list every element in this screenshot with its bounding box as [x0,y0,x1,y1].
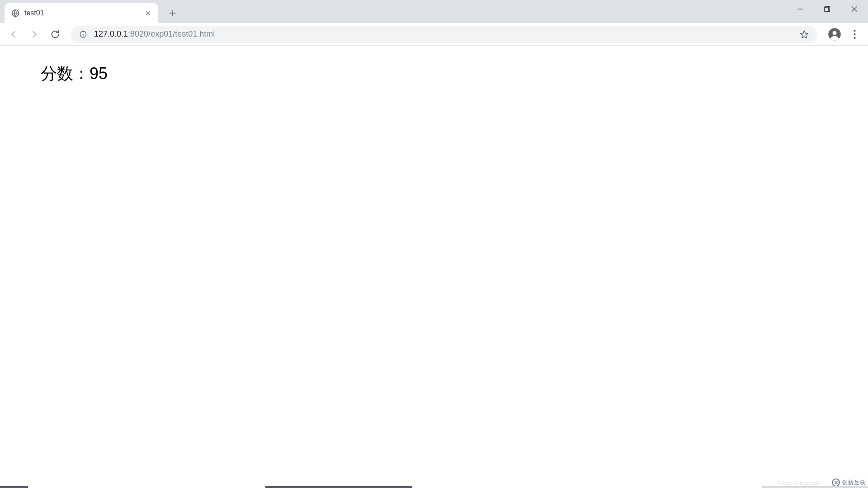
window-minimize-button[interactable] [787,0,814,18]
svg-point-10 [833,31,837,35]
watermark-brand: ✕ 创新互联 [832,479,865,487]
window-close-button[interactable] [841,0,868,18]
site-info-icon[interactable] [79,30,88,39]
browser-tab[interactable]: test01 [5,3,158,23]
score-value: 95 [90,64,108,83]
globe-icon [11,9,20,18]
address-bar[interactable]: 127.0.0.1:8020/exp01/test01.html [71,26,817,43]
tab-title: test01 [24,9,139,17]
window-controls [787,0,868,18]
svg-point-13 [854,37,855,38]
watermark-logo-icon: ✕ [832,479,840,487]
svg-rect-4 [825,7,829,11]
watermark-link: https://blog.csdn [778,479,823,486]
svg-point-12 [854,33,855,35]
url-host: 127.0.0.1 [94,29,128,38]
bookmark-star-icon[interactable] [799,29,809,39]
profile-avatar-icon[interactable] [826,26,843,42]
url-text: 127.0.0.1:8020/exp01/test01.html [94,29,793,39]
bottom-accent-bar [0,486,868,488]
score-text: 分数：95 [41,63,827,85]
page-content: 分数：95 [0,46,868,102]
back-button[interactable] [5,25,23,43]
window-maximize-button[interactable] [814,0,841,18]
kebab-menu-icon[interactable] [845,25,863,43]
browser-tab-bar: test01 [0,0,868,23]
url-path: :8020/exp01/test01.html [128,29,215,38]
svg-point-11 [854,29,855,31]
new-tab-button[interactable] [165,5,181,21]
browser-toolbar: 127.0.0.1:8020/exp01/test01.html [0,23,868,46]
reload-button[interactable] [46,25,64,43]
forward-button[interactable] [25,25,43,43]
score-label: 分数： [41,64,90,83]
close-tab-button[interactable] [144,9,152,17]
watermark-brand-text: 创新互联 [842,479,865,487]
